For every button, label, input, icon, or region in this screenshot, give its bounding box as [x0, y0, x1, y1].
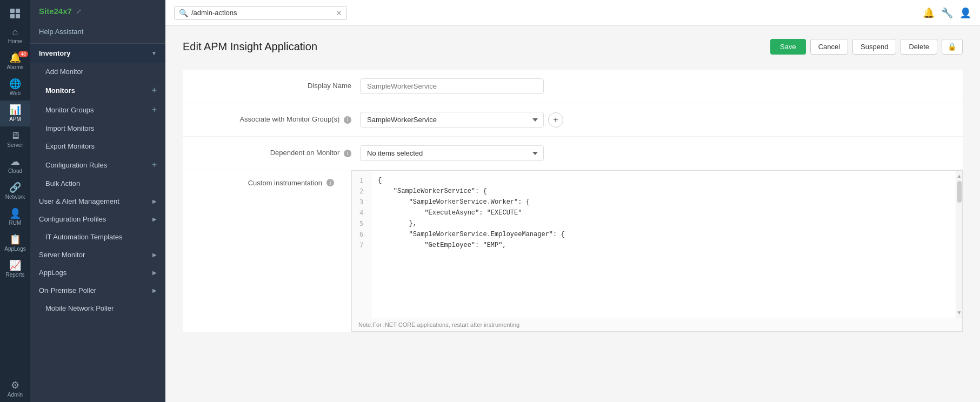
- display-name-row: Display Name: [183, 70, 963, 103]
- sidebar-import-monitors[interactable]: Import Monitors: [30, 119, 165, 137]
- dependent-select[interactable]: No items selected: [360, 145, 544, 161]
- rail-item-reports[interactable]: 📈 Reports: [0, 256, 30, 282]
- icon-rail: ⌂ Home 🔔 Alarms 48 🌐 Web 📊 APM 🖥 Server …: [0, 0, 30, 402]
- search-input[interactable]: [191, 9, 332, 17]
- main-content: 🔍 ✕ 🔔 🔧 👤 Edit APM Insight Application S…: [165, 0, 980, 402]
- logo-text: Site24x7: [39, 6, 72, 16]
- rum-icon: 👤: [9, 209, 21, 218]
- sidebar-server-monitor[interactable]: Server Monitor ▶: [30, 246, 165, 264]
- scroll-down-icon[interactable]: ▼: [956, 309, 962, 317]
- line-3: 3: [352, 197, 371, 207]
- associate-control: SampleWorkerService +: [360, 112, 945, 128]
- save-button[interactable]: Save: [770, 39, 806, 55]
- config-rules-plus-icon[interactable]: +: [152, 160, 157, 170]
- rail-item-applogs[interactable]: 📋 AppLogs: [0, 230, 30, 256]
- on-premise-label: On-Premise Poller: [39, 286, 96, 294]
- sidebar-monitor-groups[interactable]: Monitor Groups +: [30, 100, 165, 119]
- logo-expand-icon[interactable]: ⤢: [76, 8, 82, 15]
- display-name-input[interactable]: [360, 78, 544, 94]
- sidebar-applogs[interactable]: AppLogs ▶: [30, 264, 165, 282]
- display-name-control: [360, 78, 945, 94]
- rail-item-web[interactable]: 🌐 Web: [0, 75, 30, 100]
- dependent-row: Dependent on Monitor i No items selected: [183, 137, 963, 170]
- notification-icon[interactable]: 🔔: [923, 7, 935, 19]
- line-4: 4: [352, 207, 371, 218]
- user-icon[interactable]: 👤: [959, 7, 971, 19]
- dependent-label-text: Dependent on Monitor: [270, 149, 340, 157]
- cloud-icon: ☁: [10, 157, 20, 166]
- rail-item-cloud[interactable]: ☁ Cloud: [0, 152, 30, 178]
- grid-icon: [10, 9, 20, 18]
- sidebar-inventory-header[interactable]: Inventory ▼: [30, 44, 165, 63]
- line-6: 6: [352, 229, 371, 240]
- dependent-control: No items selected: [360, 145, 945, 161]
- search-clear-icon[interactable]: ✕: [336, 9, 342, 17]
- form-section: Display Name Associate with Monitor Grou…: [183, 70, 963, 332]
- it-automation-label: IT Automation Templates: [45, 233, 123, 241]
- topbar: 🔍 ✕ 🔔 🔧 👤: [165, 0, 980, 26]
- applogs-icon: 📋: [9, 234, 21, 244]
- monitor-groups-plus-icon[interactable]: +: [152, 105, 157, 115]
- sidebar-export-monitors[interactable]: Export Monitors: [30, 137, 165, 155]
- sidebar: Site24x7 ⤢ Help Assistant Inventory ▼ Ad…: [30, 0, 165, 402]
- associate-select[interactable]: SampleWorkerService: [360, 112, 544, 128]
- sidebar-add-monitor[interactable]: Add Monitor: [30, 63, 165, 81]
- rail-cloud-label: Cloud: [8, 168, 22, 174]
- settings-icon[interactable]: 🔧: [941, 7, 953, 19]
- rail-item-grid[interactable]: [0, 4, 30, 23]
- add-monitor-label: Add Monitor: [45, 68, 83, 76]
- rail-item-admin[interactable]: ⚙ Admin: [0, 376, 30, 402]
- sidebar-config-profiles[interactable]: Configuration Profiles ▶: [30, 210, 165, 228]
- sidebar-monitors[interactable]: Monitors +: [30, 81, 165, 100]
- dependent-info-icon[interactable]: i: [344, 150, 351, 157]
- page-actions: Save Cancel Suspend Delete 🔒: [770, 39, 963, 55]
- lock-button[interactable]: 🔒: [942, 39, 963, 55]
- sidebar-help[interactable]: Help Assistant: [30, 20, 165, 44]
- associate-select-wrap: SampleWorkerService +: [360, 112, 945, 128]
- associate-label-text: Associate with Monitor Group(s): [239, 115, 339, 123]
- page-title: Edit APM Insight Application: [183, 41, 770, 53]
- associate-info-icon[interactable]: i: [344, 116, 351, 124]
- cancel-button[interactable]: Cancel: [810, 39, 848, 55]
- sidebar-user-alert[interactable]: User & Alert Management ▶: [30, 192, 165, 210]
- delete-button[interactable]: Delete: [901, 39, 937, 55]
- rail-reports-label: Reports: [5, 272, 24, 278]
- suspend-button[interactable]: Suspend: [852, 39, 896, 55]
- home-icon: ⌂: [12, 27, 18, 37]
- applogs-sidebar-label: AppLogs: [39, 269, 66, 277]
- rail-item-network[interactable]: 🔗 Network: [0, 178, 30, 204]
- rail-item-home-wrap: ⌂ Home: [0, 23, 30, 49]
- scroll-up-icon[interactable]: ▲: [956, 172, 962, 180]
- page-header: Edit APM Insight Application Save Cancel…: [183, 39, 963, 55]
- apm-icon: 📊: [9, 105, 21, 115]
- associate-add-button[interactable]: +: [548, 112, 563, 128]
- sidebar-it-automation[interactable]: IT Automation Templates: [30, 228, 165, 246]
- rail-item-home[interactable]: ⌂ Home: [0, 23, 30, 49]
- dependent-label: Dependent on Monitor i: [200, 145, 351, 157]
- topbar-right: 🔔 🔧 👤: [923, 7, 971, 19]
- config-profiles-arrow-icon: ▶: [152, 216, 157, 222]
- custom-instr-label: Custom instrumentation: [248, 179, 322, 187]
- on-premise-arrow-icon: ▶: [152, 287, 157, 293]
- line-2: 2: [352, 186, 371, 197]
- sidebar-mobile-network[interactable]: Mobile Network Poller: [30, 299, 165, 317]
- editor-note: Note:For .NET CORE applications, restart…: [358, 321, 519, 328]
- server-monitor-label: Server Monitor: [39, 251, 85, 259]
- editor-body: 1 2 3 4 5 6 7 { "SampleWorkerService": {…: [352, 171, 962, 318]
- admin-icon: ⚙: [11, 380, 19, 390]
- sidebar-on-premise[interactable]: On-Premise Poller ▶: [30, 282, 165, 299]
- monitors-plus-icon[interactable]: +: [152, 85, 157, 95]
- custom-instr-info-icon[interactable]: i: [326, 179, 334, 186]
- sidebar-bulk-action[interactable]: Bulk Action: [30, 175, 165, 192]
- editor-scrollbar[interactable]: ▲ ▼: [956, 171, 962, 318]
- line-numbers: 1 2 3 4 5 6 7: [352, 171, 371, 318]
- rail-item-apm[interactable]: 📊 APM: [0, 100, 30, 126]
- configuration-rules-label: Configuration Rules: [45, 161, 107, 169]
- rail-item-rum[interactable]: 👤 RUM: [0, 204, 30, 230]
- rail-item-server[interactable]: 🖥 Server: [0, 126, 30, 152]
- rail-server-label: Server: [7, 142, 23, 148]
- sidebar-configuration-rules[interactable]: Configuration Rules +: [30, 155, 165, 175]
- rail-item-alarms-wrap: 🔔 Alarms 48: [0, 49, 30, 75]
- editor-code[interactable]: { "SampleWorkerService": { "SampleWorker…: [371, 171, 956, 318]
- search-icon: 🔍: [179, 9, 188, 17]
